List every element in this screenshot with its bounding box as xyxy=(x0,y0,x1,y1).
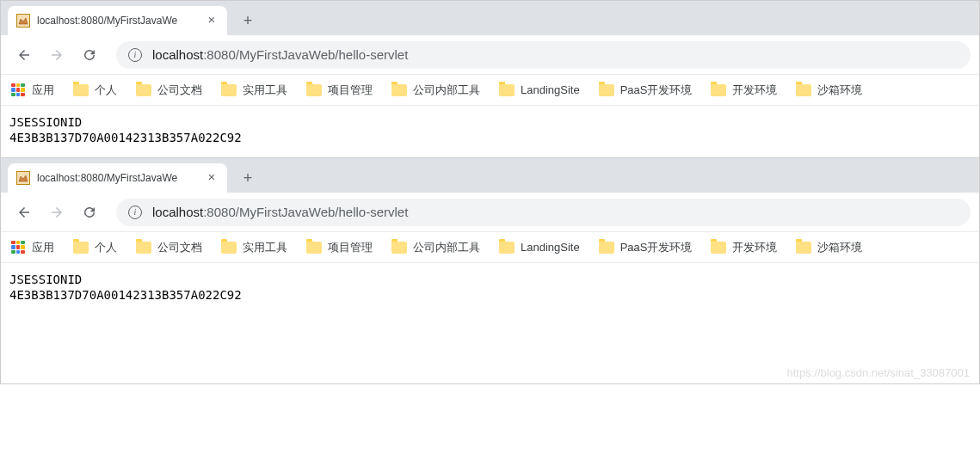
close-icon[interactable]: × xyxy=(205,171,219,185)
page-content: JSESSIONID 4E3B3B137D70A00142313B357A022… xyxy=(1,106,979,157)
bookmark-folder[interactable]: 实用工具 xyxy=(221,83,287,98)
bookmark-folder[interactable]: 个人 xyxy=(73,83,117,98)
bookmark-folder[interactable]: LandingSite xyxy=(499,241,580,254)
folder-icon xyxy=(711,84,726,96)
folder-icon xyxy=(796,242,811,254)
apps-grid-icon xyxy=(11,83,25,97)
bookmark-folder[interactable]: 沙箱环境 xyxy=(796,240,862,255)
bookmark-folder[interactable]: 公司文档 xyxy=(136,83,202,98)
toolbar: i localhost:8080/MyFirstJavaWeb/hello-se… xyxy=(1,35,979,75)
browser-tab[interactable]: localhost:8080/MyFirstJavaWe × xyxy=(8,6,227,35)
tab-strip: localhost:8080/MyFirstJavaWe × + xyxy=(1,1,979,35)
session-id-value: 4E3B3B137D70A00142313B357A022C92 xyxy=(9,130,971,145)
session-key-label: JSESSIONID xyxy=(9,272,971,287)
apps-button[interactable]: 应用 xyxy=(11,240,54,255)
bookmarks-bar: 应用 个人 公司文档 实用工具 项目管理 公司内部工具 LandingSite … xyxy=(1,232,979,263)
folder-icon xyxy=(136,84,151,96)
favicon-tomcat-icon xyxy=(16,171,30,185)
browser-window-1: localhost:8080/MyFirstJavaWe × + i local… xyxy=(0,0,980,158)
tab-title: localhost:8080/MyFirstJavaWe xyxy=(37,15,198,27)
back-button[interactable] xyxy=(9,40,39,70)
bookmark-folder[interactable]: 实用工具 xyxy=(221,240,287,255)
bookmark-folder[interactable]: 开发环境 xyxy=(711,83,777,98)
folder-icon xyxy=(796,84,811,96)
browser-tab[interactable]: localhost:8080/MyFirstJavaWe × xyxy=(8,163,227,193)
apps-grid-icon xyxy=(11,241,25,255)
session-id-value: 4E3B3B137D70A00142313B357A022C92 xyxy=(9,287,971,303)
folder-icon xyxy=(599,242,614,254)
bookmark-folder[interactable]: 公司文档 xyxy=(136,240,202,255)
address-bar[interactable]: i localhost:8080/MyFirstJavaWeb/hello-se… xyxy=(116,41,971,69)
forward-button[interactable] xyxy=(42,198,71,227)
bookmark-folder[interactable]: LandingSite xyxy=(499,83,580,96)
bookmark-folder[interactable]: 个人 xyxy=(73,240,117,255)
apps-label: 应用 xyxy=(32,83,54,98)
browser-window-2: localhost:8080/MyFirstJavaWe × + i local… xyxy=(0,158,980,384)
folder-icon xyxy=(391,84,407,96)
bookmark-folder[interactable]: PaaS开发环境 xyxy=(599,83,693,98)
reload-button[interactable] xyxy=(75,40,104,70)
folder-icon xyxy=(221,84,237,96)
folder-icon xyxy=(136,242,151,254)
tab-strip: localhost:8080/MyFirstJavaWe × + xyxy=(1,158,979,193)
folder-icon xyxy=(221,242,237,254)
bookmark-folder[interactable]: 沙箱环境 xyxy=(796,83,862,98)
folder-icon xyxy=(391,242,407,254)
bookmark-folder[interactable]: 公司内部工具 xyxy=(391,83,480,98)
bookmark-folder[interactable]: PaaS开发环境 xyxy=(599,240,693,255)
bookmark-folder[interactable]: 项目管理 xyxy=(306,240,373,255)
watermark: https://blog.csdn.net/sinat_33087001 xyxy=(787,366,971,379)
folder-icon xyxy=(499,242,515,254)
url-text: localhost:8080/MyFirstJavaWeb/hello-serv… xyxy=(152,205,408,219)
new-tab-button[interactable]: + xyxy=(236,9,260,33)
bookmark-folder[interactable]: 开发环境 xyxy=(711,240,777,255)
folder-icon xyxy=(599,84,614,96)
favicon-tomcat-icon xyxy=(16,14,30,28)
folder-icon xyxy=(73,242,89,254)
site-info-icon[interactable]: i xyxy=(128,205,142,219)
bookmarks-bar: 应用 个人 公司文档 实用工具 项目管理 公司内部工具 LandingSite … xyxy=(1,75,979,106)
folder-icon xyxy=(306,242,322,254)
tab-title: localhost:8080/MyFirstJavaWe xyxy=(37,172,198,184)
url-text: localhost:8080/MyFirstJavaWeb/hello-serv… xyxy=(152,47,408,62)
back-button[interactable] xyxy=(9,198,39,227)
session-key-label: JSESSIONID xyxy=(9,114,971,130)
forward-button[interactable] xyxy=(42,40,71,70)
bookmark-folder[interactable]: 公司内部工具 xyxy=(391,240,480,255)
folder-icon xyxy=(711,242,726,254)
folder-icon xyxy=(73,84,89,96)
folder-icon xyxy=(306,84,322,96)
address-bar[interactable]: i localhost:8080/MyFirstJavaWeb/hello-se… xyxy=(116,199,971,226)
toolbar: i localhost:8080/MyFirstJavaWeb/hello-se… xyxy=(1,193,979,232)
close-icon[interactable]: × xyxy=(205,14,219,28)
apps-label: 应用 xyxy=(32,240,54,255)
folder-icon xyxy=(499,84,515,96)
site-info-icon[interactable]: i xyxy=(128,48,142,62)
page-content: JSESSIONID 4E3B3B137D70A00142313B357A022… xyxy=(1,263,979,383)
apps-button[interactable]: 应用 xyxy=(11,83,54,98)
bookmark-folder[interactable]: 项目管理 xyxy=(306,83,373,98)
new-tab-button[interactable]: + xyxy=(236,166,260,190)
reload-button[interactable] xyxy=(75,198,104,227)
